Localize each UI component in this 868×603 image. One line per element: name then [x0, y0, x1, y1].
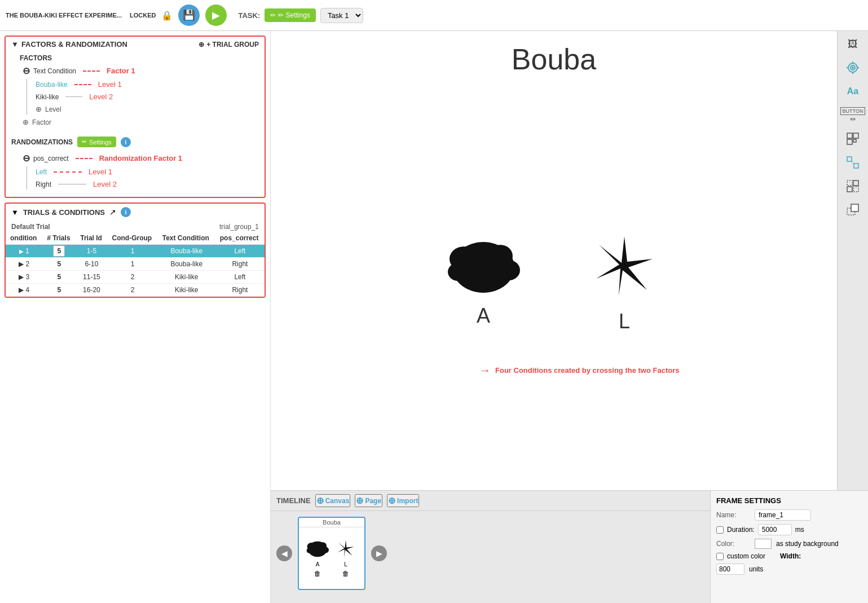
save-button[interactable]: 💾 — [178, 5, 200, 26]
rand-settings-button[interactable]: ✏ Settings — [77, 137, 116, 147]
svg-rect-21 — [853, 181, 858, 186]
duration-row: Duration: ms — [716, 524, 862, 535]
table-row[interactable]: ▶ 2 5 6-10 1 Bouba-like Right — [6, 258, 265, 271]
table-row[interactable]: ▶ 4 5 16-20 2 Kiki-like Right — [6, 284, 265, 297]
color-swatch[interactable] — [755, 539, 772, 549]
task-label: TASK: — [238, 11, 260, 20]
factors-label: FACTORS — [17, 54, 259, 62]
table-row[interactable]: ▶ 3 5 11-15 2 Kiki-like Left — [6, 271, 265, 284]
locked-label: LOCKED — [130, 12, 156, 19]
image-tool[interactable]: 🖼 — [841, 33, 865, 55]
col-cond-group: Cond-Group — [108, 232, 158, 245]
svg-line-19 — [852, 161, 854, 164]
svg-point-3 — [497, 260, 520, 280]
table-row[interactable]: ▶ 1 5 1-5 1 Bouba-like Left — [6, 245, 265, 258]
name-label: Name: — [716, 511, 750, 519]
svg-point-29 — [322, 547, 329, 553]
mini-kiki: L 🗑 — [334, 539, 357, 578]
lock-icon: 🔒 — [161, 10, 173, 21]
arrow-right-icon: → — [479, 364, 491, 377]
mini-bouba-shape — [306, 539, 329, 559]
svg-point-4 — [448, 263, 468, 281]
shape-l-container: L — [588, 234, 661, 333]
trials-table: ondition # Trials Trial Id Cond-Group Te… — [6, 232, 265, 297]
rand-level2-line — [58, 184, 86, 184]
trials-count: 5 — [57, 273, 61, 281]
add-factor-plus: ⊕ — [23, 118, 29, 126]
trial-id-cell: 11-15 — [76, 271, 107, 284]
svg-rect-22 — [847, 187, 852, 192]
factors-tree: FACTORS ⊖ Text Condition Factor 1 Bouba-… — [6, 52, 265, 134]
import-btn[interactable]: ⊕ Import — [387, 494, 419, 507]
color-desc: as study background — [776, 540, 839, 548]
play-icon[interactable]: ▶ — [19, 248, 24, 254]
level1-name: Level 1 — [98, 80, 122, 89]
left-panel: ▼ FACTORS & RANDOMIZATION ⊕ + TRIAL GROU… — [0, 31, 271, 603]
name-input[interactable] — [755, 509, 811, 521]
next-frame-button[interactable]: ▶ — [371, 545, 387, 561]
text-tool[interactable]: Aa — [841, 81, 865, 102]
trial-group-label: trial_group_1 — [219, 223, 259, 231]
trial-id-cell: 16-20 — [76, 284, 107, 297]
play-button[interactable]: ▶ — [205, 5, 227, 26]
add-level-row[interactable]: ⊕ Level — [36, 104, 259, 115]
rand-minus-icon: ⊖ — [23, 153, 30, 164]
factors-header: ▼ FACTORS & RANDOMIZATION ⊕ + TRIAL GROU… — [6, 37, 265, 52]
svg-rect-16 — [853, 139, 856, 142]
trials-title: TRIALS & CONDITIONS — [23, 208, 105, 217]
duration-label: Duration: — [727, 526, 755, 534]
cond-group-cell: 2 — [108, 284, 158, 297]
level2-solid-line — [65, 96, 82, 97]
rand-tree: ⊖ pos_correct Randomization Factor 1 Lef… — [6, 149, 265, 197]
frame-thumbnail[interactable]: Bouba A — [298, 517, 365, 590]
delete-icon[interactable]: 🗑 — [314, 570, 321, 578]
mini-bouba: A 🗑 — [306, 539, 329, 578]
task-select[interactable]: Task 1 — [320, 8, 363, 23]
rand-factor-name: Randomization Factor 1 — [99, 154, 182, 162]
plus-icon: ⊕ — [199, 41, 204, 49]
custom-color-checkbox[interactable] — [716, 553, 724, 560]
duration-checkbox[interactable] — [716, 526, 724, 534]
layout-tool[interactable] — [841, 128, 865, 149]
right-toolbar: 🖼 Aa BUTTON ⇔ — [837, 31, 868, 490]
level1-label: Bouba-like — [36, 81, 68, 89]
page-btn[interactable]: ⊕ Page — [355, 494, 382, 507]
dotted-tool[interactable] — [841, 199, 865, 221]
target-tool[interactable] — [841, 57, 865, 78]
pos-correct-cell: Left — [215, 271, 265, 284]
annotation-text: Four Conditions created by crossing the … — [495, 366, 680, 375]
factor1-dashed-line — [83, 71, 100, 72]
table-header-row: ondition # Trials Trial Id Cond-Group Te… — [6, 232, 265, 245]
canvas-btn[interactable]: ⊕ Canvas — [315, 494, 351, 507]
export-icon[interactable]: ↗ — [109, 208, 116, 217]
task-settings-button[interactable]: ✏ ✏ Settings — [265, 8, 316, 22]
add-level-plus: ⊕ — [36, 105, 42, 113]
grid-tool[interactable] — [841, 175, 865, 197]
trials-header: ▼ TRIALS & CONDITIONS ↗ i — [6, 204, 265, 221]
prev-frame-button[interactable]: ◀ — [276, 545, 292, 561]
width-row: units — [716, 564, 862, 575]
rand-level1-name: Level 1 — [89, 168, 112, 176]
custom-color-row: custom color Width: — [716, 552, 862, 560]
plus-page-icon: ⊕ — [356, 495, 363, 506]
width-input[interactable] — [716, 564, 744, 575]
text-condition-cell: Kiki-like — [158, 284, 215, 297]
text-condition-cell: Bouba-like — [158, 258, 215, 271]
bottom-area: TIMELINE ⊕ Canvas ⊕ Page ⊕ Import — [271, 490, 868, 603]
svg-rect-14 — [853, 133, 858, 138]
timeline-label: TIMELINE — [276, 496, 311, 505]
collapse-triangle[interactable]: ▼ — [11, 40, 19, 49]
trials-count: 5 — [53, 245, 65, 257]
connect-tool[interactable] — [841, 152, 865, 173]
trials-collapse[interactable]: ▼ — [11, 208, 19, 217]
import-icon: ⊕ — [388, 495, 395, 506]
add-trial-group-button[interactable]: ⊕ + TRIAL GROUP — [199, 41, 259, 49]
delete-icon2[interactable]: 🗑 — [342, 570, 349, 578]
add-factor-row[interactable]: ⊕ Factor — [23, 117, 259, 127]
trial-id-cell: 6-10 — [76, 258, 107, 271]
level1-row: Bouba-like Level 1 — [36, 79, 259, 90]
svg-marker-31 — [337, 540, 354, 557]
duration-input[interactable] — [758, 524, 792, 535]
button-tool[interactable]: BUTTON ⇔ — [841, 104, 865, 126]
minus-icon: ⊖ — [23, 65, 30, 76]
